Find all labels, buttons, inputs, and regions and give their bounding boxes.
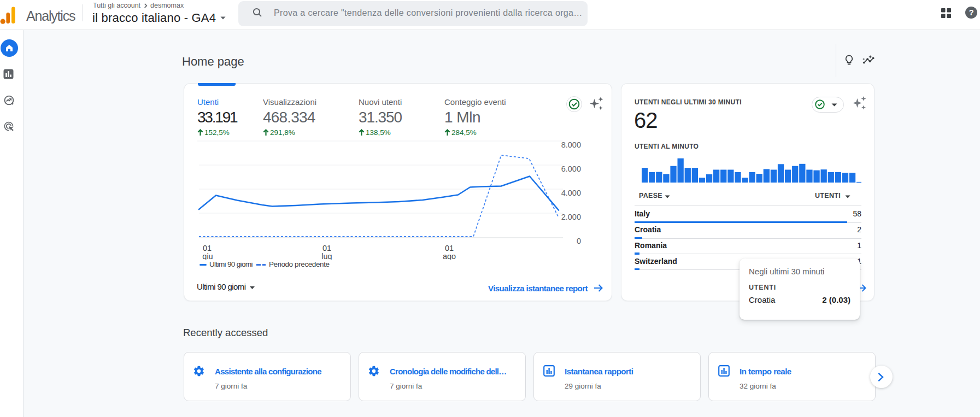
svg-text:giu: giu	[202, 252, 213, 260]
svg-text:4.000: 4.000	[561, 189, 581, 197]
svg-text:lug: lug	[321, 252, 332, 260]
svg-text:2.000: 2.000	[561, 213, 581, 221]
svg-text:01: 01	[322, 244, 331, 252]
svg-text:0: 0	[577, 237, 581, 245]
svg-text:01: 01	[203, 244, 212, 252]
svg-text:ago: ago	[443, 252, 456, 260]
svg-text:8.000: 8.000	[561, 140, 581, 149]
svg-text:6.000: 6.000	[561, 165, 581, 173]
svg-text:01: 01	[445, 244, 454, 252]
